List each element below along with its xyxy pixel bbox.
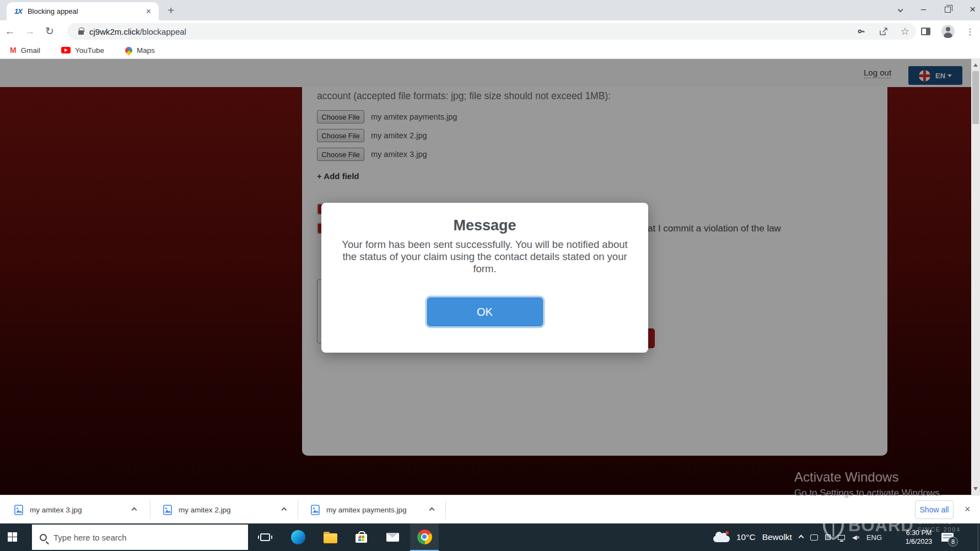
window-restore-button[interactable]: [945, 7, 951, 13]
chrome-taskbar-button-active[interactable]: [410, 523, 439, 551]
weather-cloud-icon: [713, 536, 730, 542]
scrollbar-thumb[interactable]: [972, 71, 979, 124]
url-text: cj9wk2m.click/blockappeal: [89, 27, 186, 36]
new-tab-button[interactable]: +: [163, 3, 179, 19]
window-close-button[interactable]: ×: [970, 3, 976, 15]
dialog-title: Message: [321, 217, 648, 234]
bookmarks-bar: MGmail YouTube Maps: [0, 42, 980, 59]
display-tray-icon[interactable]: [810, 534, 818, 541]
bookmark-maps[interactable]: Maps: [125, 46, 155, 55]
microsoft-store-icon: [356, 534, 367, 543]
mail-icon: [386, 533, 399, 542]
scroll-up-arrow-icon[interactable]: [973, 63, 978, 67]
brand-watermark: BOARD GAMING SINCE 2004: [822, 511, 961, 540]
file-explorer-icon: [324, 533, 337, 543]
bookmark-youtube[interactable]: YouTube: [61, 46, 104, 55]
bookmark-star-icon[interactable]: ☆: [901, 25, 909, 37]
page-scrollbar[interactable]: [971, 59, 980, 495]
taskbar-search-box[interactable]: Type here to search: [32, 525, 248, 550]
edge-icon: [291, 530, 305, 544]
browser-tab[interactable]: 1X Blocking appeal ×: [7, 2, 159, 20]
download-item[interactable]: my amitex 3.jpg: [14, 495, 82, 524]
site-favicon-1x-icon: 1X: [14, 7, 22, 15]
window-minimize-button[interactable]: –: [921, 4, 926, 14]
image-file-icon: [14, 505, 23, 515]
shield-icon: [822, 511, 844, 540]
share-icon[interactable]: [879, 26, 889, 36]
search-placeholder: Type here to search: [53, 533, 127, 542]
dialog-body-text: Your form has been sent successfully. Yo…: [340, 239, 631, 274]
store-taskbar-button[interactable]: [348, 523, 374, 551]
edge-taskbar-button[interactable]: [285, 523, 311, 551]
back-button[interactable]: ←: [0, 25, 20, 37]
weather-temp: 10°C: [736, 532, 756, 542]
watermark-line2: SINCE 2004: [918, 526, 961, 533]
activate-windows-watermark-subtext: Go to Settings to activate Windows.: [794, 488, 942, 499]
download-menu-chevron-icon[interactable]: [429, 507, 435, 513]
show-desktop-strip[interactable]: [978, 523, 980, 551]
watermark-title: BOARD: [848, 516, 914, 536]
search-icon: [40, 534, 47, 541]
start-button[interactable]: [8, 532, 17, 542]
lock-icon[interactable]: [78, 30, 84, 35]
browser-menu-icon[interactable]: ⋮: [966, 26, 974, 37]
download-menu-chevron-icon[interactable]: [132, 507, 137, 513]
bookmark-gmail[interactable]: MGmail: [10, 46, 40, 55]
chrome-icon: [417, 530, 432, 544]
activate-windows-watermark: Activate Windows: [794, 469, 898, 485]
image-file-icon: [163, 505, 172, 515]
browser-toolbar: ← → ↻ cj9wk2m.click/blockappeal ☆ ⋮: [0, 20, 980, 42]
download-item[interactable]: my amitex payments.jpg: [311, 495, 407, 524]
password-key-icon[interactable]: [857, 26, 866, 36]
maps-pin-icon: [123, 45, 133, 55]
ok-button[interactable]: OK: [427, 298, 543, 326]
tab-search-chevron-icon[interactable]: [898, 7, 903, 12]
download-item[interactable]: my amitex 2.jpg: [163, 495, 231, 524]
tab-close-icon[interactable]: ×: [145, 7, 152, 16]
tab-strip: 1X Blocking appeal × + – ×: [0, 0, 980, 20]
profile-avatar[interactable]: [941, 25, 955, 38]
download-menu-chevron-icon[interactable]: [282, 507, 287, 513]
task-view-button[interactable]: [252, 523, 278, 551]
side-panel-icon[interactable]: [921, 28, 930, 35]
hidden-icons-chevron-icon[interactable]: [799, 534, 804, 540]
forward-button[interactable]: →: [20, 25, 40, 37]
image-file-icon: [311, 505, 320, 515]
message-dialog: Message Your form has been sent successf…: [321, 203, 648, 353]
file-explorer-taskbar-button[interactable]: [317, 523, 343, 551]
watermark-line1: GAMING: [918, 518, 961, 525]
tab-title: Blocking appeal: [28, 7, 145, 15]
page-viewport: Log out EN account (accepted file format…: [0, 59, 980, 495]
scroll-down-arrow-icon[interactable]: [973, 487, 978, 490]
downloads-bar-close-icon[interactable]: ×: [965, 504, 971, 515]
reload-button[interactable]: ↻: [40, 25, 60, 37]
gmail-icon: M: [10, 46, 17, 55]
taskbar-weather[interactable]: 10°C Bewolkt: [713, 523, 792, 551]
mail-taskbar-button[interactable]: [379, 523, 406, 551]
address-bar[interactable]: cj9wk2m.click/blockappeal ☆: [67, 23, 916, 40]
weather-condition: Bewolkt: [762, 532, 792, 542]
task-view-icon: [260, 533, 270, 541]
youtube-icon: [61, 47, 71, 53]
